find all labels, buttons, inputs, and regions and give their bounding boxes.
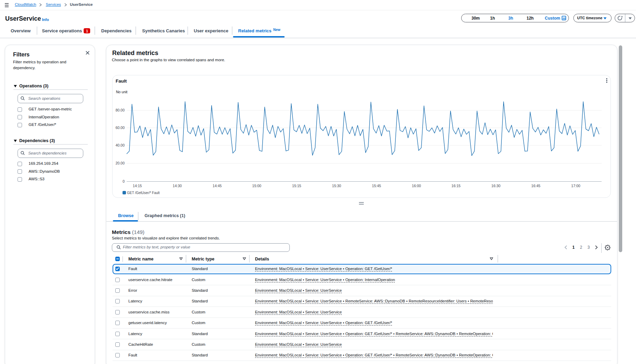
svg-text:14:15: 14:15 — [133, 184, 142, 188]
svg-text:15:30: 15:30 — [332, 184, 341, 188]
svg-text:14:45: 14:45 — [213, 184, 222, 188]
svg-text:15:45: 15:45 — [372, 184, 381, 188]
svg-text:80.00: 80.00 — [116, 108, 125, 112]
svg-text:17:00: 17:00 — [571, 184, 580, 188]
svg-text:20.00: 20.00 — [116, 161, 125, 165]
svg-text:40.00: 40.00 — [116, 143, 125, 147]
svg-text:15:15: 15:15 — [292, 184, 301, 188]
svg-text:16:30: 16:30 — [491, 184, 500, 188]
svg-text:16:45: 16:45 — [531, 184, 540, 188]
svg-text:15:00: 15:00 — [252, 184, 261, 188]
svg-text:60.00: 60.00 — [116, 126, 125, 130]
svg-text:16:15: 16:15 — [452, 184, 460, 188]
svg-text:14:30: 14:30 — [173, 184, 182, 188]
svg-text:16:00: 16:00 — [412, 184, 421, 188]
svg-text:0: 0 — [123, 179, 125, 183]
